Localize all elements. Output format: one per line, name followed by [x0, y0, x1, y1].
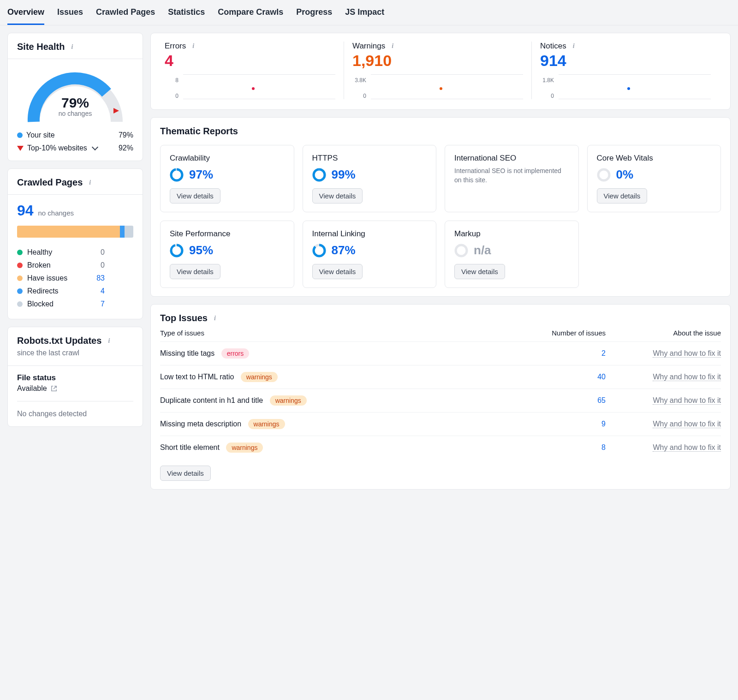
robots-no-changes: No changes detected — [17, 410, 133, 418]
col-header-num: Number of issues — [518, 329, 606, 337]
thematic-title: Thematic Reports — [160, 126, 721, 137]
issue-pill-warnings: warnings — [248, 419, 285, 429]
info-icon[interactable]: i — [190, 42, 197, 50]
view-details-button[interactable]: View details — [170, 264, 220, 279]
sparkline: 80 — [165, 74, 335, 99]
issue-count[interactable]: 9 — [601, 420, 606, 428]
issue-name[interactable]: Missing meta description warnings — [160, 419, 518, 429]
stat-errors[interactable]: Errors i 4 80 — [162, 42, 344, 99]
legend-label: Your site — [26, 131, 55, 139]
report-site-performance: Site Performance 95% View details — [160, 221, 294, 288]
crawled-row-value: 4 — [91, 287, 105, 295]
report-title: Markup — [454, 229, 569, 239]
svg-point-8 — [171, 245, 182, 256]
info-icon[interactable]: i — [211, 315, 219, 322]
issue-name[interactable]: Duplicate content in h1 and title warnin… — [160, 395, 518, 406]
legend-label: Top-10% websites — [27, 144, 87, 152]
about-issue-link[interactable]: Why and how to fix it — [653, 396, 721, 405]
tab-js-impact[interactable]: JS Impact — [345, 0, 384, 25]
issue-name[interactable]: Low text to HTML ratio warnings — [160, 372, 518, 382]
stat-notices[interactable]: Notices i 914 1.8K0 — [531, 42, 719, 99]
info-icon[interactable]: i — [389, 42, 396, 50]
crawled-row-broken[interactable]: Broken 0 — [17, 259, 133, 272]
issue-row: Missing title tags errors 2 Why and how … — [160, 341, 721, 365]
donut-icon — [312, 168, 326, 182]
issue-count[interactable]: 2 — [601, 349, 606, 357]
issue-count[interactable]: 8 — [601, 443, 606, 451]
issue-row: Short title element warnings 8 Why and h… — [160, 436, 721, 459]
thematic-reports-card: Thematic Reports Crawlability 97% View d… — [150, 117, 731, 297]
view-details-button[interactable]: View details — [312, 188, 363, 203]
tab-progress[interactable]: Progress — [296, 0, 332, 25]
top-issues-title: Top Issues i — [160, 313, 721, 323]
tab-compare-crawls[interactable]: Compare Crawls — [218, 0, 283, 25]
top-issues-view-details-button[interactable]: View details — [160, 466, 211, 481]
tab-crawled-pages[interactable]: Crawled Pages — [96, 0, 155, 25]
issue-pill-warnings: warnings — [226, 443, 263, 453]
tab-issues[interactable]: Issues — [57, 0, 83, 25]
stat-label: Errors i — [165, 42, 335, 51]
file-status-value[interactable]: Available — [17, 384, 133, 393]
dot-icon — [17, 275, 23, 281]
sparkline: 3.8K0 — [352, 74, 523, 99]
view-details-button[interactable]: View details — [170, 188, 220, 203]
nav-tabs: OverviewIssuesCrawled PagesStatisticsCom… — [0, 0, 738, 25]
svg-point-10 — [314, 245, 325, 256]
issue-name[interactable]: Missing title tags errors — [160, 348, 518, 359]
svg-point-4 — [314, 169, 325, 180]
donut-icon — [597, 168, 611, 182]
crawled-row-healthy[interactable]: Healthy 0 — [17, 246, 133, 259]
tab-overview[interactable]: Overview — [7, 0, 44, 25]
gauge-percent: 79% — [22, 95, 128, 111]
crawled-row-redirects[interactable]: Redirects 4 — [17, 285, 133, 298]
issue-row: Duplicate content in h1 and title warnin… — [160, 389, 721, 412]
issue-name[interactable]: Short title element warnings — [160, 443, 518, 453]
crawled-row-blocked[interactable]: Blocked 7 — [17, 298, 133, 311]
top-issues-card: Top Issues i Type of issues Number of is… — [150, 304, 731, 490]
legend-value: 92% — [119, 144, 133, 152]
legend-your-site: Your site 79% — [17, 131, 133, 139]
view-details-button[interactable]: View details — [454, 264, 505, 279]
stat-warnings[interactable]: Warnings i 1,910 3.8K0 — [344, 42, 531, 99]
crawled-row-value: 0 — [91, 261, 105, 269]
info-icon[interactable]: i — [105, 337, 113, 345]
dot-icon — [17, 250, 23, 255]
stat-label: Notices i — [540, 42, 711, 51]
crawled-count[interactable]: 94 — [17, 202, 34, 219]
about-issue-link[interactable]: Why and how to fix it — [653, 420, 721, 428]
report-title: Site Performance — [170, 229, 285, 239]
issue-row: Low text to HTML ratio warnings 40 Why a… — [160, 365, 721, 389]
robots-since: since the last crawl — [17, 349, 133, 357]
about-issue-link[interactable]: Why and how to fix it — [653, 373, 721, 381]
crawled-row-label: Broken — [27, 261, 86, 269]
view-details-button[interactable]: View details — [597, 188, 648, 203]
crawled-row-have-issues[interactable]: Have issues 83 — [17, 272, 133, 285]
crawled-pages-title-text: Crawled Pages — [17, 177, 83, 188]
report-percent: n/a — [474, 243, 491, 257]
crawled-row-value: 83 — [91, 274, 105, 282]
report-markup: Markup n/a View details — [445, 221, 579, 288]
crawled-row-value: 0 — [91, 248, 105, 257]
report-title: Crawlability — [170, 154, 285, 163]
tab-statistics[interactable]: Statistics — [168, 0, 205, 25]
info-icon[interactable]: i — [68, 43, 76, 51]
site-health-gauge: 79% no changes — [22, 66, 128, 126]
about-issue-link[interactable]: Why and how to fix it — [653, 443, 721, 452]
robots-title-text: Robots.txt Updates — [17, 335, 101, 346]
issue-count[interactable]: 65 — [597, 396, 606, 404]
svg-point-11 — [456, 245, 467, 256]
legend-top10[interactable]: Top-10% websites 92% — [17, 144, 133, 152]
gauge-subtitle: no changes — [22, 110, 128, 117]
sparkline: 1.8K0 — [540, 74, 711, 99]
view-details-button[interactable]: View details — [312, 264, 363, 279]
summary-stats-card: Errors i 4 80 Warnings i 1,910 3.8K0 — [150, 33, 731, 110]
about-issue-link[interactable]: Why and how to fix it — [653, 349, 721, 358]
report-percent: 99% — [332, 168, 356, 182]
info-icon[interactable]: i — [86, 179, 94, 186]
info-icon[interactable]: i — [570, 42, 577, 50]
site-health-title: Site Health i — [17, 42, 133, 52]
report-percent: 87% — [332, 243, 356, 257]
issue-count[interactable]: 40 — [597, 373, 606, 381]
donut-icon — [170, 168, 184, 182]
issue-pill-warnings: warnings — [241, 372, 278, 382]
